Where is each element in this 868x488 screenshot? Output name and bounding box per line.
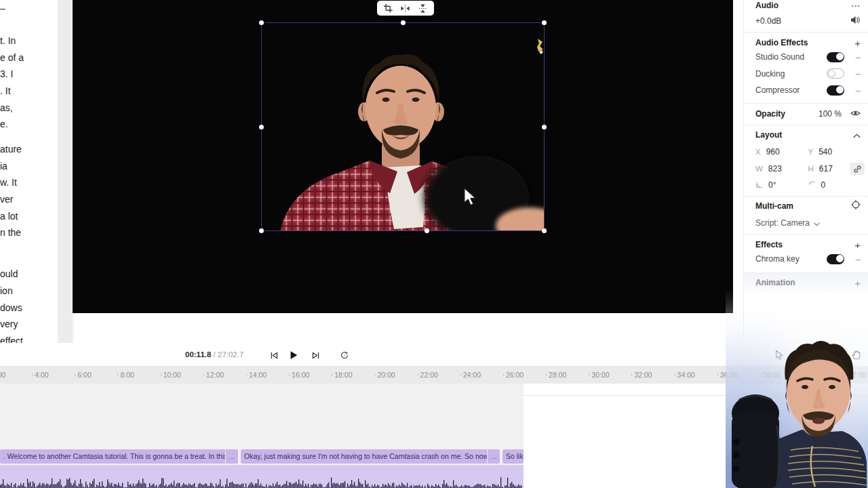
ruler-label: 6:00 (75, 371, 91, 379)
opacity-value[interactable]: 100 % (818, 109, 842, 119)
script-track-selector[interactable]: Script: Camera (755, 218, 810, 228)
collapsed-segment[interactable]: ... (225, 449, 238, 464)
ruler-label: 42:00 (846, 371, 866, 379)
flip-vertical-icon[interactable] (416, 2, 429, 14)
transcript-line[interactable]: ia (0, 161, 7, 171)
add-audio-effect-button[interactable]: + (854, 37, 861, 49)
transcript-line[interactable]: n the (0, 227, 21, 238)
horizontal-zoom-icon[interactable] (831, 348, 843, 361)
transcript-track: . Welcome to another Camtasia tutorial. … (0, 449, 524, 464)
effect-toggle[interactable] (827, 254, 844, 264)
w-field-value[interactable]: 823 (768, 164, 782, 174)
ruler-label: 20:00 (374, 371, 395, 379)
corner-radius-value[interactable]: 0 (821, 180, 826, 190)
resize-handle-sw[interactable] (259, 228, 264, 233)
pointer-tool-icon[interactable] (774, 348, 786, 361)
ruler-label: 28:00 (546, 371, 566, 379)
resize-handle-nw[interactable] (259, 20, 264, 25)
hand-tool-icon[interactable] (850, 348, 863, 361)
skip-to-start-button[interactable] (268, 349, 280, 361)
h-field-value[interactable]: 617 (819, 164, 833, 174)
remove-effect-button[interactable]: – (852, 52, 861, 62)
transcript-line[interactable]: ature (0, 144, 22, 155)
clip-duration-tool-icon[interactable] (811, 348, 823, 361)
loop-playback-button[interactable] (338, 349, 351, 361)
crop-icon[interactable] (382, 2, 395, 14)
play-button[interactable] (288, 349, 300, 361)
y-field-label: Y (808, 148, 814, 156)
transcript-line[interactable]: ver (0, 194, 13, 205)
transcript-line[interactable]: dows (0, 302, 22, 313)
ruler-label: 14:00 (246, 371, 267, 379)
ruler-label: 12:00 (203, 371, 224, 379)
audio-effects-section-title: Audio Effects (755, 38, 854, 47)
remove-effect-button[interactable]: – (852, 254, 861, 264)
link-dimensions-icon[interactable] (850, 163, 865, 175)
ruler-label: 16:00 (289, 371, 309, 379)
resize-handle-e[interactable] (542, 125, 547, 129)
transcript-line[interactable]: very (0, 319, 18, 329)
rotation-icon (755, 179, 763, 191)
time-display: 00:11.8 / 27:02.7 (185, 350, 243, 359)
audio-effects-list: Studio Sound–Ducking–Compressor– (744, 49, 868, 99)
remove-effect-button[interactable]: – (852, 85, 861, 96)
resize-handle-se[interactable] (542, 228, 547, 233)
w-field-label: W (755, 165, 763, 173)
corner-radius-icon (808, 179, 816, 191)
preview-canvas[interactable] (73, 0, 733, 313)
chevron-up-icon[interactable] (853, 129, 861, 141)
transcript-line[interactable]: ould (0, 268, 18, 279)
audio-waveform-track[interactable] (0, 465, 524, 488)
transcript-line[interactable]: . It (0, 85, 11, 96)
effects-section-title: Effects (755, 240, 854, 249)
x-field-value[interactable]: 960 (766, 147, 780, 157)
skip-to-end-button[interactable] (309, 349, 321, 361)
transcript-line[interactable]: a lot (0, 211, 18, 222)
ruler-label: 40:00 (803, 371, 823, 379)
resize-handle-s[interactable] (425, 228, 429, 233)
transcript-line[interactable]: 3. I (0, 68, 13, 79)
transcript-line[interactable]: e. (0, 119, 8, 129)
effect-toggle[interactable] (827, 52, 844, 62)
transcript-line[interactable]: – (0, 3, 5, 14)
remove-effect-button[interactable]: – (852, 68, 861, 79)
transcript-clip[interactable]: So lik (502, 449, 524, 464)
effect-toggle[interactable] (827, 85, 844, 96)
more-options-icon[interactable]: ⋯ (851, 2, 861, 9)
rotation-value[interactable]: 0° (768, 180, 776, 190)
timeline-empty-area[interactable] (524, 384, 868, 488)
y-field-value[interactable]: 540 (818, 147, 832, 157)
ruler-label: 30:00 (589, 371, 609, 379)
ruler-label: 38:00 (760, 371, 781, 379)
speaker-icon[interactable] (850, 15, 861, 27)
collapsed-segment[interactable]: ... (487, 449, 500, 464)
resize-handle-ne[interactable] (542, 20, 547, 25)
multicam-target-icon[interactable] (851, 200, 861, 212)
chevron-down-icon[interactable] (814, 217, 820, 229)
resize-handle-n[interactable] (401, 20, 406, 25)
ruler-label: 10:00 (161, 371, 181, 379)
transcript-clip[interactable]: Okay, just making sure I'm not having to… (241, 449, 500, 464)
resize-handle-w[interactable] (259, 125, 264, 129)
script-editor-column[interactable]: –t. Ine of a3. I. Itas,e.atureiaw. Itver… (0, 0, 58, 347)
effect-toggle[interactable] (827, 68, 844, 79)
total-time: 27:02.7 (218, 350, 243, 359)
transcript-clip[interactable]: . Welcome to another Camtasia tutorial. … (0, 449, 238, 464)
transcript-line[interactable]: as, (0, 102, 13, 113)
transcript-line[interactable]: w. It (0, 177, 17, 188)
h-field-label: H (808, 165, 814, 173)
add-effect-button[interactable]: + (854, 239, 861, 251)
flip-horizontal-icon[interactable] (399, 2, 412, 14)
ruler-label: 4:00 (32, 371, 48, 379)
ruler-label: 32:00 (631, 371, 652, 379)
gain-value[interactable]: +0.0dB (755, 16, 781, 26)
animation-section[interactable]: Animation + (744, 273, 868, 292)
transcript-line[interactable]: ion (0, 285, 13, 296)
add-animation-button[interactable]: + (854, 277, 861, 289)
current-time: 00:11.8 (185, 350, 211, 359)
transcript-line[interactable]: e of a (0, 52, 24, 63)
clip-selection-box[interactable] (261, 22, 545, 231)
timeline-ruler[interactable]: 2:004:006:008:0010:0012:0014:0016:0018:0… (0, 366, 868, 384)
transcript-line[interactable]: t. In (0, 35, 16, 46)
eye-icon[interactable] (850, 108, 861, 120)
